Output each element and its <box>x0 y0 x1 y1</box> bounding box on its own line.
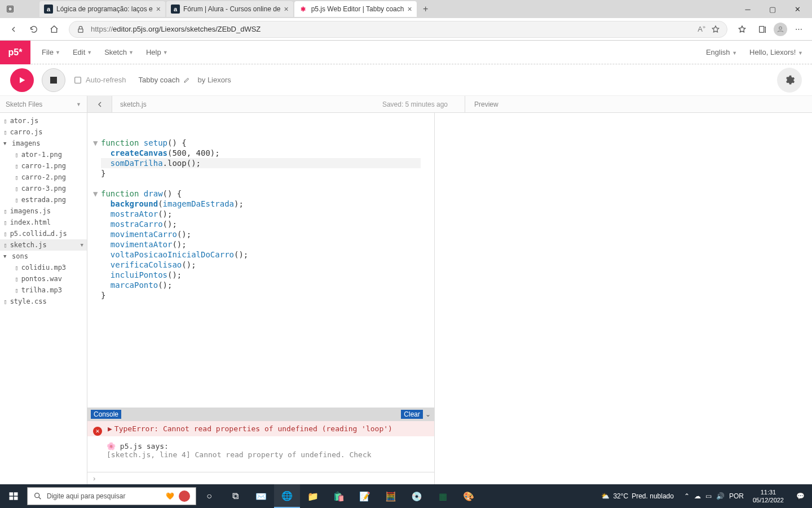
file-item[interactable]: ▯ator.js <box>0 115 87 126</box>
tab-close-icon[interactable]: × <box>156 5 161 14</box>
onedrive-icon[interactable]: ☁ <box>694 492 701 500</box>
svg-rect-5 <box>75 77 81 83</box>
sidebar-menu-icon[interactable]: ▼ <box>76 102 81 107</box>
tab-close-icon[interactable]: × <box>284 5 289 14</box>
svg-rect-8 <box>10 497 14 500</box>
file-item[interactable]: ▯pontos.wav <box>0 273 87 284</box>
sidebar-title: Sketch Files <box>6 100 42 108</box>
back-button[interactable] <box>5 20 23 38</box>
menu-button[interactable]: ⋯ <box>789 20 807 38</box>
refresh-button[interactable] <box>25 20 43 38</box>
browser-tab[interactable]: a Lógica de programação: laços e × <box>39 1 165 17</box>
start-button[interactable] <box>0 484 27 508</box>
file-item[interactable]: ▯carro-3.png <box>0 183 87 194</box>
read-aloud-icon[interactable]: A» <box>698 24 705 33</box>
sketch-name[interactable]: Tabby coach <box>139 76 180 84</box>
favorites-button[interactable] <box>733 20 751 38</box>
notifications-icon[interactable]: 💬 <box>788 492 812 500</box>
user-menu[interactable]: Hello, Liexors! ▼ <box>749 48 803 56</box>
battery-icon[interactable]: ▭ <box>705 492 712 500</box>
p5-logo[interactable]: p5* <box>0 41 30 64</box>
store-icon[interactable]: 🛍️ <box>326 484 352 508</box>
tab-actions-icon[interactable] <box>2 1 18 17</box>
media-icon[interactable]: 💿 <box>404 484 430 508</box>
folder-item[interactable]: ▼imagens <box>0 138 87 149</box>
edge-icon[interactable]: 🌐 <box>274 484 300 508</box>
menu-file[interactable]: File ▼ <box>42 48 60 56</box>
editor-toolbar: Auto-refresh Tabby coach by Liexors <box>0 64 812 96</box>
folder-item[interactable]: ▼sons <box>0 251 87 262</box>
clock[interactable]: 11:31 05/12/2022 <box>748 488 788 504</box>
file-item[interactable]: ▯estrada.png <box>0 194 87 205</box>
explorer-icon[interactable]: 📁 <box>300 484 326 508</box>
svg-rect-9 <box>14 497 18 500</box>
notepad-icon[interactable]: 📝 <box>352 484 378 508</box>
weather-widget[interactable]: ⛅ 32°C Pred. nublado <box>595 492 679 500</box>
language-selector[interactable]: English ▼ <box>706 48 737 56</box>
console-input[interactable]: › <box>87 472 434 484</box>
volume-icon[interactable]: 🔊 <box>716 492 725 500</box>
favicon-alura-icon: a <box>44 5 53 14</box>
file-item[interactable]: ▯colidiu.mp3 <box>0 262 87 273</box>
file-item[interactable]: ▯trilha.mp3 <box>0 284 87 296</box>
menu-sketch[interactable]: Sketch ▼ <box>104 48 134 56</box>
file-item[interactable]: ▯sketch.js▼ <box>0 239 87 251</box>
edit-icon[interactable] <box>183 77 190 84</box>
file-item[interactable]: ▯imagens.js <box>0 205 87 217</box>
p5-nav: p5* File ▼ Edit ▼ Sketch ▼ Help ▼ Englis… <box>0 41 812 64</box>
stop-button[interactable] <box>42 68 65 92</box>
browser-tab-active[interactable]: ✱ p5.js Web Editor | Tabby coach × <box>294 1 417 17</box>
window-maximize-button[interactable]: ▢ <box>760 0 785 18</box>
menu-edit[interactable]: Edit ▼ <box>73 48 92 56</box>
app-icon[interactable]: 🎨 <box>456 484 482 508</box>
favorite-icon[interactable] <box>711 25 720 34</box>
file-item[interactable]: ▯carro-2.png <box>0 172 87 183</box>
mail-icon[interactable]: ✉️ <box>248 484 274 508</box>
collections-button[interactable] <box>753 20 771 38</box>
console-clear-button[interactable]: Clear <box>401 410 423 419</box>
language-indicator[interactable]: POR <box>729 492 744 500</box>
tab-title: p5.js Web Editor | Tabby coach <box>311 5 404 13</box>
home-button[interactable] <box>45 20 63 38</box>
browser-titlebar: a Lógica de programação: laços e × a Fór… <box>0 0 812 18</box>
tab-close-icon[interactable]: × <box>407 5 412 14</box>
panel-header: Sketch Files ▼ sketch.js Saved: 5 minute… <box>0 96 812 113</box>
taskbar-search[interactable]: Digite aqui para pesquisar 🧡 <box>27 487 196 505</box>
file-item[interactable]: ▯p5.collid…d.js <box>0 228 87 239</box>
file-item[interactable]: ▯ator-1.png <box>0 149 87 160</box>
console-toggle-icon[interactable]: ⌄ <box>425 410 431 418</box>
window-close-button[interactable]: ✕ <box>785 0 810 18</box>
preview-title: Preview <box>465 96 812 112</box>
play-button[interactable] <box>10 68 34 92</box>
auto-refresh-toggle[interactable]: Auto-refresh <box>73 76 126 85</box>
sketch-author: by Liexors <box>198 76 231 84</box>
browser-tab[interactable]: a Fórum | Alura - Cursos online de × <box>166 1 293 17</box>
checkbox-icon <box>73 76 82 85</box>
file-item[interactable]: ▯index.html <box>0 217 87 228</box>
console-label: Console <box>91 410 121 419</box>
editor-filename: sketch.js <box>112 96 155 112</box>
new-tab-button[interactable]: + <box>418 1 434 17</box>
address-bar[interactable]: https://editor.p5js.org/Liexors/sketches… <box>69 21 727 38</box>
window-minimize-button[interactable]: ─ <box>735 0 760 18</box>
calculator-icon[interactable]: 🧮 <box>378 484 404 508</box>
profile-button[interactable] <box>774 23 787 36</box>
file-item[interactable]: ▯carro-1.png <box>0 160 87 172</box>
file-item[interactable]: ▯style.css <box>0 296 87 307</box>
menu-help[interactable]: Help ▼ <box>146 48 168 56</box>
svg-rect-6 <box>10 492 14 496</box>
cortana-icon[interactable]: ○ <box>196 484 222 508</box>
console-output[interactable]: ✕ ▶TypeError: Cannot read properties of … <box>87 421 434 472</box>
favicon-alura-icon: a <box>171 5 180 14</box>
file-item[interactable]: ▯carro.js <box>0 126 87 138</box>
search-icon <box>33 492 42 501</box>
code-editor[interactable]: ▼function setup() { createCanvas(500, 40… <box>87 113 434 408</box>
task-view-icon[interactable]: ⧉ <box>222 484 248 508</box>
tray-expand-icon[interactable]: ⌃ <box>684 492 690 500</box>
console-error: ✕ ▶TypeError: Cannot read properties of … <box>87 421 434 436</box>
settings-button[interactable] <box>777 68 802 93</box>
svg-rect-2 <box>78 29 83 32</box>
svg-rect-7 <box>14 492 18 496</box>
excel-icon[interactable]: ▦ <box>430 484 456 508</box>
collapse-sidebar-button[interactable] <box>87 96 112 112</box>
